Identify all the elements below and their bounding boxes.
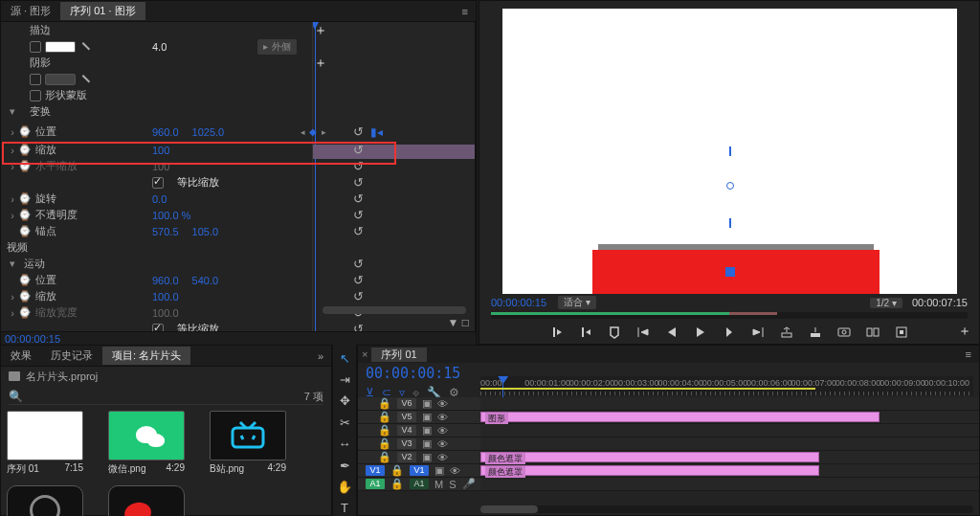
stopwatch-icon[interactable]: ⌚ (18, 125, 30, 138)
clip-graphic[interactable]: 图形 (480, 412, 880, 422)
mark-out-icon[interactable] (579, 325, 592, 339)
lock-icon[interactable]: 🔒 (378, 397, 391, 410)
anchor-y-value[interactable]: 105.0 (192, 226, 219, 237)
lock-icon[interactable]: 🔒 (390, 478, 404, 490)
bottom-handle-icon[interactable] (725, 267, 735, 277)
timeline-tab-sequence[interactable]: 序列 01 (371, 348, 426, 362)
scale-value[interactable]: 100 (152, 145, 169, 156)
track-v6[interactable]: 🔒V6▣👁 (358, 397, 979, 411)
step-back-icon[interactable] (665, 325, 679, 339)
extract-icon[interactable] (809, 325, 822, 339)
export-frame-icon[interactable] (837, 325, 851, 339)
project-path[interactable]: 名片片头.prproj (1, 367, 331, 386)
reset-icon[interactable]: ↺ (353, 224, 364, 238)
mask-tool-icon[interactable]: ▮◂ (370, 125, 383, 139)
ec-h-scrollbar[interactable] (323, 306, 466, 314)
stroke-color-swatch[interactable] (45, 41, 76, 53)
settings-icon[interactable] (895, 325, 908, 339)
lock-icon[interactable]: 🔒 (378, 424, 391, 437)
stopwatch-icon[interactable]: ⌚ (18, 144, 30, 156)
stroke-width-value[interactable]: 4.0 (152, 41, 167, 53)
anchor-handle-icon[interactable] (729, 218, 731, 228)
shadow-color-swatch[interactable] (45, 74, 76, 85)
source-patch[interactable]: A1 (366, 479, 385, 489)
motion-scale-value[interactable]: 100.0 (152, 291, 179, 303)
program-view[interactable] (502, 9, 957, 294)
red-rectangle-graphic[interactable] (592, 250, 880, 294)
track-v5[interactable]: 🔒V5▣👁图形 (358, 411, 979, 424)
clip-matte[interactable]: 颜色遮罩 (480, 465, 819, 476)
track-v3[interactable]: 🔒V3▣👁 (358, 437, 979, 451)
track-v2[interactable]: 🔒V2▣👁颜色遮罩 (358, 451, 979, 464)
program-scrubber[interactable] (491, 312, 968, 319)
reset-icon[interactable]: ↺ (353, 289, 364, 303)
tab-effects[interactable]: 效果 (1, 347, 41, 365)
mask-enable-checkbox[interactable] (30, 90, 41, 101)
stopwatch-icon[interactable]: ⌚ (18, 274, 30, 286)
type-tool-icon[interactable]: T (336, 501, 353, 516)
lock-icon[interactable]: 🔒 (378, 437, 391, 450)
stroke-enable-checkbox[interactable] (30, 41, 41, 53)
bin-item-wechat[interactable]: 微信.png4:29 (108, 411, 200, 476)
uniform-scale-checkbox[interactable] (152, 177, 164, 189)
track-target[interactable]: V2 (397, 452, 416, 462)
eye-icon[interactable]: 👁 (437, 452, 448, 463)
rotate-value[interactable]: 0.0 (152, 193, 167, 205)
resolution-dropdown[interactable]: 1/2 ▾ (870, 298, 902, 308)
toggle-output-icon[interactable]: ▣ (422, 397, 432, 410)
track-a1[interactable]: A1🔒A1MS🎤 (358, 478, 979, 491)
position-y-value[interactable]: 1025.0 (192, 126, 225, 138)
lock-icon[interactable]: 🔒 (378, 411, 391, 423)
track-v4[interactable]: 🔒V4▣👁 (358, 424, 979, 437)
hand-tool-icon[interactable]: ✋ (336, 479, 353, 494)
bin-item-sequence[interactable]: 序列 017:15 (7, 411, 99, 476)
shadow-add-icon[interactable]: ＋ (314, 55, 327, 72)
lock-icon[interactable]: 🔒 (390, 464, 404, 477)
reset-icon[interactable]: ↺ (353, 143, 364, 157)
mark-in-icon[interactable] (550, 325, 564, 339)
motion-position-y[interactable]: 540.0 (192, 275, 219, 286)
bin-item-weibo[interactable] (108, 485, 200, 516)
reset-icon[interactable]: ↺ (353, 191, 364, 206)
ec-tab-sequence[interactable]: 序列 01 · 图形 (60, 2, 145, 20)
reset-icon[interactable]: ↺ (353, 257, 364, 271)
ec-transform-hdr[interactable]: ▾ 变换 (1, 103, 475, 120)
reset-icon[interactable]: ↺ (353, 175, 364, 190)
toggle-output-icon[interactable]: ▣ (422, 451, 432, 463)
reset-icon[interactable]: ↺ (353, 273, 364, 287)
reset-icon[interactable]: ↺ (353, 124, 364, 139)
marker-icon[interactable] (608, 325, 621, 339)
go-out-icon[interactable] (751, 325, 765, 339)
eye-icon[interactable]: 👁 (450, 465, 460, 477)
timeline-ruler[interactable]: 00:00 00:00:01:00 00:00:02:00 00:00:03:0… (480, 376, 973, 395)
pen-tool-icon[interactable]: ✒ (336, 458, 353, 473)
track-select-tool-icon[interactable]: ⇥ (336, 371, 353, 387)
lock-icon[interactable]: 🔒 (378, 451, 391, 463)
project-search[interactable]: 🔍 7 项 (9, 388, 323, 405)
anchor-handle-icon[interactable] (729, 146, 731, 156)
ripple-edit-tool-icon[interactable]: ✥ (336, 393, 353, 409)
track-target[interactable]: V5 (397, 412, 416, 422)
track-v1[interactable]: V1🔒V1▣👁颜色遮罩 (358, 464, 979, 478)
ec-timecode[interactable]: 00:00:00:15 (5, 333, 60, 345)
keyframe-nav[interactable]: ◂ ◆ ▸ (301, 126, 327, 137)
eye-icon[interactable]: 👁 (437, 425, 448, 437)
stopwatch-icon[interactable]: ⌚ (18, 225, 30, 237)
toggle-output-icon[interactable]: ▣ (422, 437, 432, 450)
button-editor-icon[interactable]: ＋ (958, 323, 971, 340)
toggle-output-icon[interactable]: ▣ (434, 464, 444, 477)
stopwatch-icon[interactable]: ⌚ (18, 209, 30, 221)
play-icon[interactable] (694, 325, 707, 339)
program-tc-left[interactable]: 00:00:00:15 (491, 297, 546, 308)
selection-tool-icon[interactable]: ↖ (336, 350, 353, 366)
stroke-type-dropdown[interactable]: ▸外侧 (257, 39, 297, 55)
eye-icon[interactable]: 👁 (437, 398, 448, 410)
track-target[interactable]: V6 (397, 398, 416, 409)
anchor-center-icon[interactable] (726, 182, 734, 190)
tab-project[interactable]: 项目: 名片片头 (102, 347, 190, 365)
clip-matte[interactable]: 颜色遮罩 (480, 452, 819, 462)
bin-item-netease[interactable] (7, 485, 99, 516)
timeline-h-scrollbar[interactable] (480, 505, 973, 513)
project-panel-menu[interactable]: » (310, 350, 331, 362)
eyedropper-icon[interactable] (78, 70, 98, 89)
